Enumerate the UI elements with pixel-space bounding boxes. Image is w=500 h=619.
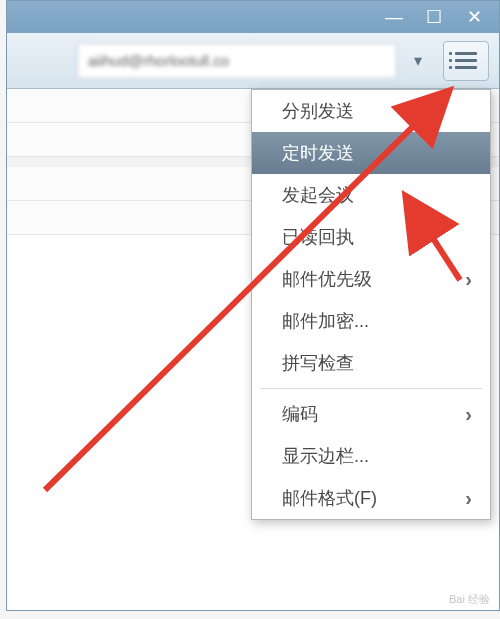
menu-item-label: 拼写检查 [282, 351, 354, 375]
close-button[interactable]: ✕ [455, 5, 493, 29]
menu-item-label: 显示边栏... [282, 444, 369, 468]
hamburger-icon [455, 52, 477, 55]
menu-item-encoding[interactable]: 编码 › [252, 393, 490, 435]
app-window: — ☐ ✕ aiihud@rhorlootull.co ▾ 分别发送 定时发送 … [6, 0, 500, 611]
hamburger-icon [455, 59, 477, 62]
chevron-right-icon: › [465, 403, 472, 426]
watermark: Bai 经验 [449, 592, 490, 607]
menu-item-start-meeting[interactable]: 发起会议 [252, 174, 490, 216]
chevron-right-icon: › [465, 268, 472, 291]
maximize-button[interactable]: ☐ [415, 5, 453, 29]
menu-item-spellcheck[interactable]: 拼写检查 [252, 342, 490, 384]
options-dropdown-menu: 分别发送 定时发送 发起会议 已读回执 邮件优先级 › 邮件加密... 拼写检查… [251, 89, 491, 520]
menu-separator [260, 388, 482, 389]
menu-item-scheduled-send[interactable]: 定时发送 [252, 132, 490, 174]
menu-item-label: 邮件格式(F) [282, 486, 377, 510]
titlebar: — ☐ ✕ [7, 1, 499, 33]
menu-item-show-sidebar[interactable]: 显示边栏... [252, 435, 490, 477]
account-dropdown-caret-icon[interactable]: ▾ [409, 43, 427, 79]
hamburger-icon [455, 66, 477, 69]
account-email-display[interactable]: aiihud@rhorlootull.co [77, 43, 397, 79]
menu-item-label: 定时发送 [282, 141, 354, 165]
menu-item-label: 邮件加密... [282, 309, 369, 333]
menu-item-label: 邮件优先级 [282, 267, 372, 291]
menu-item-label: 发起会议 [282, 183, 354, 207]
menu-item-mail-format[interactable]: 邮件格式(F) › [252, 477, 490, 519]
options-menu-button[interactable] [443, 41, 489, 81]
menu-item-label: 分别发送 [282, 99, 354, 123]
menu-item-priority[interactable]: 邮件优先级 › [252, 258, 490, 300]
menu-item-encrypt[interactable]: 邮件加密... [252, 300, 490, 342]
menu-item-label: 编码 [282, 402, 318, 426]
menu-item-label: 已读回执 [282, 225, 354, 249]
chevron-right-icon: › [465, 487, 472, 510]
menu-item-read-receipt[interactable]: 已读回执 [252, 216, 490, 258]
toolbar: aiihud@rhorlootull.co ▾ [7, 33, 499, 89]
minimize-button[interactable]: — [375, 5, 413, 29]
menu-item-send-separately[interactable]: 分别发送 [252, 90, 490, 132]
